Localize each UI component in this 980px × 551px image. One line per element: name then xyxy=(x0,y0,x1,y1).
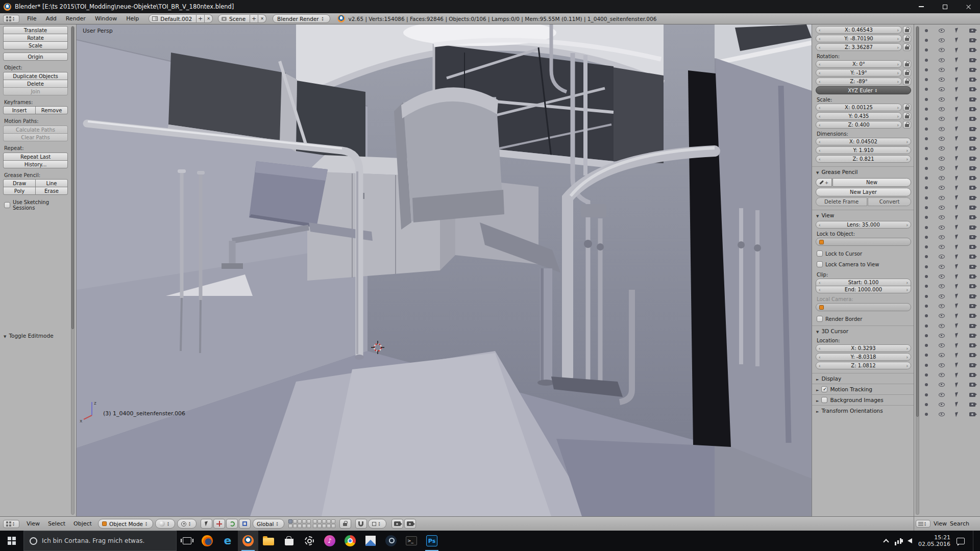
outliner-row[interactable] xyxy=(922,45,978,55)
cortana-search-input[interactable]: Ich bin Cortana. Frag mich etwas. xyxy=(23,531,177,551)
rotation-mode-select[interactable]: XYZ Euler xyxy=(816,86,911,94)
outliner-row[interactable] xyxy=(922,262,978,271)
delete-scene-button[interactable] xyxy=(258,14,266,23)
taskbar-file-explorer[interactable] xyxy=(258,531,279,551)
outliner-row[interactable] xyxy=(922,154,978,163)
taskbar-itunes[interactable] xyxy=(320,531,340,551)
lock-button[interactable] xyxy=(903,60,911,68)
selectable-arrow-icon[interactable] xyxy=(955,343,959,348)
scale-button[interactable]: Scale xyxy=(3,41,68,49)
maximize-button[interactable] xyxy=(933,0,957,13)
selectable-arrow-icon[interactable] xyxy=(955,382,959,387)
lens-field[interactable]: Lens: 35.000 xyxy=(816,221,911,229)
selectable-arrow-icon[interactable] xyxy=(955,47,959,53)
calculate-paths-button[interactable]: Calculate Paths xyxy=(3,126,68,134)
visibility-eye-icon[interactable] xyxy=(939,403,945,407)
outliner-row[interactable] xyxy=(922,331,978,340)
layer-grid-right[interactable] xyxy=(313,519,335,528)
lock-button[interactable] xyxy=(903,26,911,34)
translate-manipulator-button[interactable] xyxy=(213,519,225,529)
outliner-row[interactable] xyxy=(922,85,978,94)
lock-to-cursor-row[interactable]: Lock to Cursor xyxy=(817,251,914,257)
taskbar-photos[interactable] xyxy=(360,531,381,551)
view-panel-header[interactable]: View xyxy=(812,210,914,219)
use-sketching-sessions-checkbox[interactable] xyxy=(4,202,10,208)
lock-camera-row[interactable]: Lock Camera to View xyxy=(817,261,914,267)
toolshelf-scrollbar[interactable] xyxy=(71,26,75,515)
selectable-arrow-icon[interactable] xyxy=(955,205,959,210)
lock-button[interactable] xyxy=(903,69,911,77)
history-button[interactable]: History... xyxy=(3,160,68,168)
motion-tracking-checkbox[interactable] xyxy=(821,386,827,392)
selectable-arrow-icon[interactable] xyxy=(955,363,959,368)
visibility-eye-icon[interactable] xyxy=(939,284,945,288)
renderable-camera-icon[interactable] xyxy=(969,274,975,279)
selectable-arrow-icon[interactable] xyxy=(955,323,959,329)
outliner-row[interactable] xyxy=(922,213,978,222)
outliner-view-menu[interactable]: View xyxy=(932,520,949,527)
renderable-camera-icon[interactable] xyxy=(969,215,975,219)
outliner-row[interactable] xyxy=(922,399,978,409)
renderable-camera-icon[interactable] xyxy=(969,29,975,33)
renderable-camera-icon[interactable] xyxy=(969,284,975,288)
rotation-y-field[interactable]: Y: -19° xyxy=(816,69,902,77)
renderable-camera-icon[interactable] xyxy=(969,186,975,190)
renderable-camera-icon[interactable] xyxy=(969,226,975,230)
selectable-arrow-icon[interactable] xyxy=(955,185,959,190)
network-icon[interactable] xyxy=(894,538,901,544)
visibility-eye-icon[interactable] xyxy=(939,334,945,338)
outliner-row[interactable] xyxy=(922,74,978,84)
renderable-camera-icon[interactable] xyxy=(969,324,975,328)
dimensions-z-field[interactable]: Z: 0.821 xyxy=(816,155,911,163)
visibility-eye-icon[interactable] xyxy=(939,127,945,131)
3d-cursor-panel-header[interactable]: 3D Cursor xyxy=(812,325,914,335)
visibility-eye-icon[interactable] xyxy=(939,157,945,161)
viewport-3d[interactable]: z x User Persp (3) 1_0400_seitenfenster.… xyxy=(77,24,812,516)
selectable-arrow-icon[interactable] xyxy=(955,146,959,151)
selectable-arrow-icon[interactable] xyxy=(955,313,959,318)
renderable-camera-icon[interactable] xyxy=(969,206,975,210)
visibility-eye-icon[interactable] xyxy=(939,393,945,397)
action-center-icon[interactable] xyxy=(957,538,965,544)
outliner-row[interactable] xyxy=(922,163,978,173)
transform-orientations-panel-header[interactable]: Transform Orientations xyxy=(812,405,914,415)
render-engine-select[interactable]: Blender Render xyxy=(273,14,330,23)
visibility-eye-icon[interactable] xyxy=(939,274,945,279)
clip-end-field[interactable]: End: 1000.000 xyxy=(816,286,911,293)
dimensions-x-field[interactable]: X: 0.04502 xyxy=(816,138,911,145)
renderable-camera-icon[interactable] xyxy=(969,373,975,377)
selectable-arrow-icon[interactable] xyxy=(955,215,959,220)
taskbar-blender[interactable] xyxy=(238,531,258,551)
visibility-eye-icon[interactable] xyxy=(939,314,945,318)
outliner-row[interactable] xyxy=(922,193,978,203)
outliner-row[interactable] xyxy=(922,282,978,291)
viewport-shading-select[interactable] xyxy=(155,519,175,529)
cursor-z-field[interactable]: Z: 1.0812 xyxy=(816,362,911,369)
outliner-scrollbar[interactable] xyxy=(916,26,919,515)
join-button[interactable]: Join xyxy=(3,87,68,95)
insert-keyframe-button[interactable]: Insert xyxy=(3,106,36,114)
selectable-arrow-icon[interactable] xyxy=(955,264,959,269)
visibility-eye-icon[interactable] xyxy=(939,324,945,328)
scrollbar-thumb[interactable] xyxy=(71,27,74,329)
background-images-checkbox[interactable] xyxy=(821,397,827,403)
rotate-manipulator-button[interactable] xyxy=(226,519,238,529)
convert-button[interactable]: Convert xyxy=(868,197,911,206)
renderable-camera-icon[interactable] xyxy=(969,334,975,338)
outliner-row[interactable] xyxy=(922,173,978,183)
grease-new-button[interactable]: New xyxy=(832,178,911,187)
visibility-eye-icon[interactable] xyxy=(939,255,945,259)
cursor-x-field[interactable]: X: 0.3293 xyxy=(816,344,911,352)
renderable-camera-icon[interactable] xyxy=(969,314,975,318)
selectable-arrow-icon[interactable] xyxy=(955,274,959,279)
volume-icon[interactable] xyxy=(908,538,912,543)
grease-line-button[interactable]: Line xyxy=(35,179,68,187)
taskbar-edge[interactable] xyxy=(217,531,238,551)
outliner-row[interactable] xyxy=(922,124,978,134)
visibility-eye-icon[interactable] xyxy=(939,78,945,82)
outliner-row[interactable] xyxy=(922,55,978,65)
minimize-button[interactable] xyxy=(910,0,933,13)
delete-screen-button[interactable] xyxy=(205,14,213,23)
manipulator-toggle-button[interactable] xyxy=(201,519,212,529)
clip-start-field[interactable]: Start: 0.100 xyxy=(816,279,911,286)
